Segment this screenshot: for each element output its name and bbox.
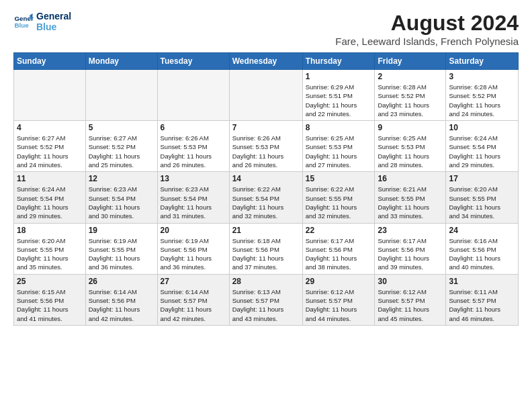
day-info: Sunrise: 6:11 AMSunset: 5:57 PMDaylight:…: [449, 287, 515, 323]
calendar-cell: 6Sunrise: 6:26 AMSunset: 5:53 PMDaylight…: [157, 121, 229, 172]
day-info: Sunrise: 6:19 AMSunset: 5:56 PMDaylight:…: [161, 236, 226, 272]
calendar-cell: 29Sunrise: 6:12 AMSunset: 5:57 PMDayligh…: [302, 274, 375, 325]
calendar-cell: 26Sunrise: 6:14 AMSunset: 5:56 PMDayligh…: [85, 274, 157, 325]
calendar-cell: 18Sunrise: 6:20 AMSunset: 5:55 PMDayligh…: [14, 223, 86, 274]
day-number: 2: [378, 72, 443, 81]
day-number: 14: [232, 174, 300, 183]
day-info: Sunrise: 6:15 AMSunset: 5:56 PMDaylight:…: [17, 287, 83, 323]
calendar-cell: 5Sunrise: 6:27 AMSunset: 5:52 PMDaylight…: [85, 121, 157, 172]
day-number: 1: [306, 72, 372, 81]
logo-line1: General: [36, 11, 71, 21]
calendar-cell: 31Sunrise: 6:11 AMSunset: 5:57 PMDayligh…: [446, 274, 519, 325]
day-info: Sunrise: 6:14 AMSunset: 5:57 PMDaylight:…: [161, 287, 226, 323]
logo-line2: Blue: [36, 21, 71, 32]
calendar-cell: 22Sunrise: 6:17 AMSunset: 5:56 PMDayligh…: [302, 223, 375, 274]
column-header-thursday: Thursday: [302, 53, 375, 70]
title-block: August 2024 Fare, Leeward Islands, Frenc…: [335, 11, 519, 47]
page: General Blue General Blue August 2024 Fa…: [0, 0, 532, 332]
day-number: 20: [161, 226, 226, 235]
day-info: Sunrise: 6:17 AMSunset: 5:56 PMDaylight:…: [378, 236, 443, 272]
calendar-cell: 9Sunrise: 6:25 AMSunset: 5:53 PMDaylight…: [375, 121, 446, 172]
calendar-cell: 28Sunrise: 6:13 AMSunset: 5:57 PMDayligh…: [229, 274, 302, 325]
calendar-cell: 17Sunrise: 6:20 AMSunset: 5:55 PMDayligh…: [446, 172, 519, 223]
day-number: 10: [449, 123, 515, 132]
day-number: 9: [378, 123, 443, 132]
calendar-cell: 13Sunrise: 6:23 AMSunset: 5:54 PMDayligh…: [157, 172, 229, 223]
day-number: 12: [89, 174, 154, 183]
day-number: 29: [306, 277, 372, 286]
day-number: 17: [449, 174, 515, 183]
calendar-cell: 4Sunrise: 6:27 AMSunset: 5:52 PMDaylight…: [14, 121, 86, 172]
header: General Blue General Blue August 2024 Fa…: [13, 11, 519, 47]
calendar-week-row: 25Sunrise: 6:15 AMSunset: 5:56 PMDayligh…: [14, 274, 519, 325]
day-info: Sunrise: 6:21 AMSunset: 5:55 PMDaylight:…: [378, 185, 443, 220]
day-info: Sunrise: 6:29 AMSunset: 5:51 PMDaylight:…: [306, 83, 372, 118]
calendar-cell: 14Sunrise: 6:22 AMSunset: 5:54 PMDayligh…: [229, 172, 302, 223]
svg-text:Blue: Blue: [15, 21, 30, 29]
day-number: 26: [89, 277, 154, 286]
day-info: Sunrise: 6:28 AMSunset: 5:52 PMDaylight:…: [449, 83, 515, 118]
column-header-sunday: Sunday: [14, 53, 86, 70]
day-number: 15: [306, 174, 372, 183]
day-info: Sunrise: 6:19 AMSunset: 5:55 PMDaylight:…: [89, 236, 154, 272]
calendar-cell: 2Sunrise: 6:28 AMSunset: 5:52 PMDaylight…: [375, 70, 446, 121]
column-header-saturday: Saturday: [446, 53, 519, 70]
column-header-friday: Friday: [375, 53, 446, 70]
calendar-cell: 10Sunrise: 6:24 AMSunset: 5:54 PMDayligh…: [446, 121, 519, 172]
calendar-header-row: SundayMondayTuesdayWednesdayThursdayFrid…: [14, 53, 519, 70]
day-number: 5: [89, 123, 154, 132]
day-number: 27: [161, 277, 226, 286]
day-info: Sunrise: 6:20 AMSunset: 5:55 PMDaylight:…: [17, 236, 83, 272]
calendar-cell: 8Sunrise: 6:25 AMSunset: 5:53 PMDaylight…: [302, 121, 375, 172]
day-number: 3: [449, 72, 515, 81]
calendar-cell: 19Sunrise: 6:19 AMSunset: 5:55 PMDayligh…: [85, 223, 157, 274]
calendar-week-row: 4Sunrise: 6:27 AMSunset: 5:52 PMDaylight…: [14, 121, 519, 172]
calendar-cell: [14, 70, 86, 121]
calendar-cell: [157, 70, 229, 121]
day-info: Sunrise: 6:14 AMSunset: 5:56 PMDaylight:…: [89, 287, 154, 323]
day-info: Sunrise: 6:27 AMSunset: 5:52 PMDaylight:…: [17, 134, 83, 169]
calendar-cell: [229, 70, 302, 121]
day-info: Sunrise: 6:24 AMSunset: 5:54 PMDaylight:…: [17, 185, 83, 220]
calendar-cell: 12Sunrise: 6:23 AMSunset: 5:54 PMDayligh…: [85, 172, 157, 223]
day-number: 19: [89, 226, 154, 235]
day-info: Sunrise: 6:28 AMSunset: 5:52 PMDaylight:…: [378, 83, 443, 118]
day-info: Sunrise: 6:26 AMSunset: 5:53 PMDaylight:…: [161, 134, 226, 169]
day-number: 8: [306, 123, 372, 132]
calendar-cell: 21Sunrise: 6:18 AMSunset: 5:56 PMDayligh…: [229, 223, 302, 274]
day-number: 21: [232, 226, 300, 235]
calendar-cell: 15Sunrise: 6:22 AMSunset: 5:55 PMDayligh…: [302, 172, 375, 223]
calendar-week-row: 18Sunrise: 6:20 AMSunset: 5:55 PMDayligh…: [14, 223, 519, 274]
day-number: 22: [306, 226, 372, 235]
calendar-cell: 27Sunrise: 6:14 AMSunset: 5:57 PMDayligh…: [157, 274, 229, 325]
day-info: Sunrise: 6:12 AMSunset: 5:57 PMDaylight:…: [306, 287, 372, 323]
calendar-cell: 25Sunrise: 6:15 AMSunset: 5:56 PMDayligh…: [14, 274, 86, 325]
day-info: Sunrise: 6:24 AMSunset: 5:54 PMDaylight:…: [449, 134, 515, 169]
day-number: 23: [378, 226, 443, 235]
day-number: 24: [449, 226, 515, 235]
calendar-week-row: 1Sunrise: 6:29 AMSunset: 5:51 PMDaylight…: [14, 70, 519, 121]
day-number: 28: [232, 277, 300, 286]
day-info: Sunrise: 6:22 AMSunset: 5:55 PMDaylight:…: [306, 185, 372, 220]
day-info: Sunrise: 6:23 AMSunset: 5:54 PMDaylight:…: [89, 185, 154, 220]
calendar-cell: 30Sunrise: 6:12 AMSunset: 5:57 PMDayligh…: [375, 274, 446, 325]
day-number: 16: [378, 174, 443, 183]
calendar-cell: 20Sunrise: 6:19 AMSunset: 5:56 PMDayligh…: [157, 223, 229, 274]
day-number: 11: [17, 174, 83, 183]
calendar-cell: 24Sunrise: 6:16 AMSunset: 5:56 PMDayligh…: [446, 223, 519, 274]
day-info: Sunrise: 6:26 AMSunset: 5:53 PMDaylight:…: [232, 134, 300, 169]
day-info: Sunrise: 6:22 AMSunset: 5:54 PMDaylight:…: [232, 185, 300, 220]
location: Fare, Leeward Islands, French Polynesia: [335, 36, 519, 47]
calendar-cell: 3Sunrise: 6:28 AMSunset: 5:52 PMDaylight…: [446, 70, 519, 121]
calendar-cell: 7Sunrise: 6:26 AMSunset: 5:53 PMDaylight…: [229, 121, 302, 172]
day-info: Sunrise: 6:16 AMSunset: 5:56 PMDaylight:…: [449, 236, 515, 272]
day-info: Sunrise: 6:27 AMSunset: 5:52 PMDaylight:…: [89, 134, 154, 169]
column-header-monday: Monday: [85, 53, 157, 70]
day-info: Sunrise: 6:12 AMSunset: 5:57 PMDaylight:…: [378, 287, 443, 323]
calendar-cell: 1Sunrise: 6:29 AMSunset: 5:51 PMDaylight…: [302, 70, 375, 121]
day-number: 25: [17, 277, 83, 286]
day-info: Sunrise: 6:17 AMSunset: 5:56 PMDaylight:…: [306, 236, 372, 272]
day-info: Sunrise: 6:13 AMSunset: 5:57 PMDaylight:…: [232, 287, 300, 323]
calendar-cell: 11Sunrise: 6:24 AMSunset: 5:54 PMDayligh…: [14, 172, 86, 223]
calendar-week-row: 11Sunrise: 6:24 AMSunset: 5:54 PMDayligh…: [14, 172, 519, 223]
